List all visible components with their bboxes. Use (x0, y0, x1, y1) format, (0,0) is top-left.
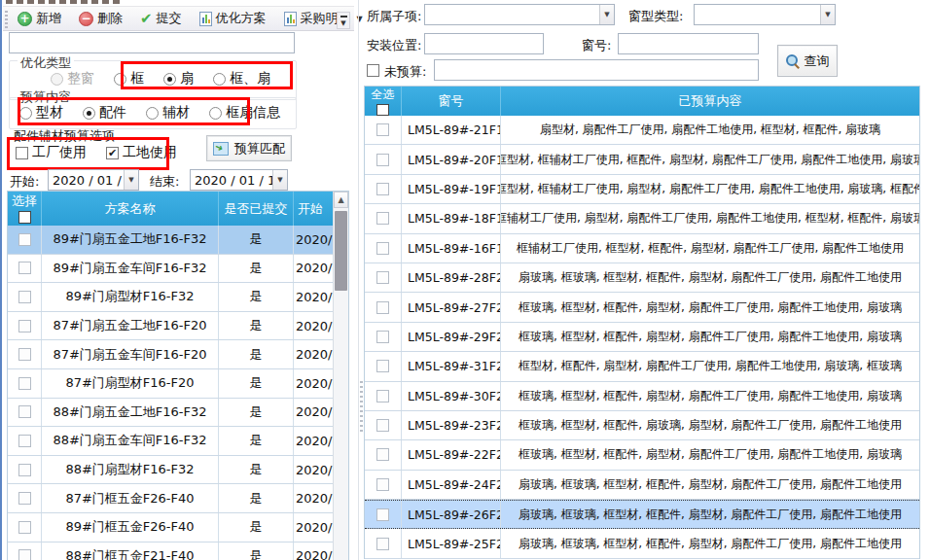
table-row[interactable]: LM5L-89#-30F28框玻璃, 框型材, 框配件, 扇型材, 扇配件工厂使… (365, 382, 919, 411)
row-checkbox[interactable] (18, 464, 31, 476)
checkbox-icon[interactable] (16, 147, 28, 159)
chevron-down-icon[interactable]: ▼ (820, 5, 835, 24)
row-checkbox[interactable] (18, 320, 31, 332)
chevron-down-icon[interactable]: ▼ (124, 170, 138, 190)
row-checkbox[interactable] (376, 538, 389, 550)
row-checkbox[interactable] (18, 521, 31, 534)
usage-option-工地使用[interactable]: ✔工地使用 (106, 144, 177, 161)
sub-item-combo[interactable]: ▼ (424, 4, 615, 25)
table-row[interactable]: LM5L-89#-18F16框辅材工厂使用, 扇型材, 扇配件工厂使用, 扇配件… (365, 204, 919, 233)
no-budget-checkbox[interactable] (367, 64, 379, 77)
radio-icon[interactable] (83, 107, 95, 120)
table-row[interactable]: LM5L-89#-24F22扇玻璃, 框玻璃, 框型材, 框配件, 扇型材, 扇… (365, 471, 919, 500)
toolbar-button-删除[interactable]: −删除 (72, 7, 129, 30)
table-row[interactable]: 88#门扇型材F16-F32是2020/0 (8, 456, 334, 485)
row-checkbox[interactable] (376, 123, 389, 136)
table-row[interactable]: 88#门扇五金车间F16-F32是2020/0 (8, 427, 334, 456)
table-row[interactable]: 88#门扇五金工地F16-F32是2020/0 (8, 399, 334, 428)
table-row[interactable]: LM5L-89#-25F23扇玻璃, 框玻璃, 框型材, 框配件, 扇型材, 扇… (365, 529, 919, 558)
row-checkbox[interactable] (376, 271, 389, 284)
row-checkbox[interactable] (18, 492, 31, 505)
table-row[interactable]: LM5L-89#-28F26扇玻璃, 框玻璃, 框型材, 框配件, 扇型材, 扇… (365, 263, 919, 293)
row-checkbox[interactable] (18, 262, 31, 274)
row-checkbox[interactable] (376, 448, 389, 461)
row-checkbox[interactable] (376, 390, 389, 402)
opt-type-option-扇[interactable]: 扇 (163, 70, 194, 88)
table-row[interactable]: 89#门扇型材F16-F32是2020/0 (8, 283, 334, 312)
row-checkbox[interactable] (376, 478, 389, 491)
chevron-down-icon[interactable]: ▼ (599, 5, 614, 24)
table-row[interactable]: 89#门框五金F26-F40是2020/0 (8, 513, 334, 542)
budget-match-button[interactable]: 预算匹配 (206, 135, 292, 161)
row-checkbox[interactable] (376, 331, 389, 343)
table-row[interactable]: LM5L-89#-20F18框型材, 框辅材工厂使用, 框配件, 扇型材, 扇配… (365, 145, 919, 174)
plans-table-scrollbar[interactable]: ▲ (333, 192, 348, 560)
table-row[interactable]: 88#门框五金F21-F40是2020/0 (8, 542, 334, 560)
row-checkbox[interactable] (18, 377, 31, 390)
usage-option-工厂使用[interactable]: 工厂使用 (16, 144, 87, 161)
table-row[interactable]: LM5L-89#-23F21框玻璃, 框型材, 框配件, 扇玻璃, 扇型材, 扇… (365, 411, 919, 440)
opt-type-option-框[interactable]: 框 (114, 70, 144, 88)
budget-content-option-辅材[interactable]: 辅材 (146, 104, 190, 122)
date-start-picker[interactable]: 2020 / 01 / 1 ▼ (48, 169, 139, 191)
row-checkbox[interactable] (18, 291, 31, 303)
window-no-input[interactable] (618, 33, 759, 54)
toolbar-button-提交[interactable]: ✔提交 (133, 7, 189, 30)
table-row[interactable]: LM5L-89#-22F20框玻璃, 框型材, 框配件, 扇型材, 扇配件工厂使… (365, 440, 919, 470)
toolbar-button-优化方案[interactable]: 优化方案 (193, 7, 273, 30)
toolbar-overflow-button[interactable]: ▼ (337, 12, 350, 29)
row-checkbox[interactable] (18, 549, 31, 560)
panel-splitter[interactable] (358, 0, 359, 560)
query-button[interactable]: 查询 (777, 45, 838, 77)
row-checkbox[interactable] (376, 508, 389, 521)
row-checkbox[interactable] (376, 212, 389, 225)
checkbox-icon[interactable]: ✔ (106, 147, 119, 159)
row-checkbox[interactable] (376, 419, 389, 432)
scrollbar-thumb[interactable] (335, 211, 347, 291)
table-row[interactable]: LM5L-89#-26F24扇玻璃, 框玻璃, 框型材, 框配件, 扇型材, 扇… (365, 500, 919, 529)
select-all-checkbox[interactable] (18, 211, 31, 224)
radio-icon[interactable] (114, 73, 126, 86)
table-row[interactable]: LM5L-89#-31F29框型材, 框配件, 扇型材, 扇配件工厂使用, 扇配… (365, 352, 919, 381)
row-checkbox[interactable] (18, 233, 31, 246)
table-row[interactable]: 89#门扇五金工地F16-F32是2020/0 (8, 226, 334, 255)
row-checkbox[interactable] (376, 154, 389, 166)
table-row[interactable]: LM5L-89#-16F15框辅材工厂使用, 框型材, 框配件, 扇型材, 扇配… (365, 234, 919, 263)
row-checkbox[interactable] (18, 405, 31, 418)
table-row[interactable]: 87#门框五金F26-F40是2020/0 (8, 484, 334, 513)
table-row[interactable]: LM5L-89#-27F25框玻璃, 框型材, 框配件, 扇型材, 扇配件工厂使… (365, 293, 919, 322)
radio-icon[interactable] (209, 107, 222, 120)
radio-icon[interactable] (213, 73, 226, 86)
scroll-up-icon[interactable]: ▲ (334, 192, 348, 208)
plan-filter-input[interactable] (9, 32, 295, 53)
table-row[interactable]: LM5L-89#-21F19扇型材, 扇配件工厂使用, 扇配件工地使用, 框型材… (365, 116, 919, 145)
radio-icon[interactable] (146, 107, 159, 120)
splitter-grip-icon (360, 381, 363, 432)
select-all-checkbox[interactable] (376, 104, 389, 116)
no-budget-input[interactable] (434, 59, 759, 81)
budget-content-option-框扇信息[interactable]: 框扇信息 (209, 104, 280, 122)
toolbar-button-新增[interactable]: +新增 (11, 7, 68, 30)
table-row[interactable]: 87#门扇型材F16-F20是2020/0 (8, 369, 334, 399)
row-checkbox[interactable] (376, 242, 389, 255)
table-row[interactable]: 87#门扇五金车间F16-F20是2020/0 (8, 340, 334, 369)
row-checkbox[interactable] (18, 348, 31, 361)
toolbar-button-采购明细[interactable]: 采购明细▼ (277, 7, 370, 30)
row-checkbox[interactable] (376, 183, 389, 195)
table-row[interactable]: 87#门扇五金工地F16-F20是2020/0 (8, 312, 334, 341)
chevron-down-icon[interactable]: ▼ (272, 170, 287, 190)
row-checkbox[interactable] (376, 301, 389, 314)
opt-type-option-框、扇[interactable]: 框、扇 (213, 70, 270, 88)
table-row[interactable]: LM5L-89#-19F17框型材, 框辅材工厂使用, 扇型材, 扇配件工厂使用… (365, 175, 919, 204)
table-row[interactable]: 89#门扇五金车间F16-F32是2020/0 (8, 255, 334, 284)
budget-content-option-配件[interactable]: 配件 (83, 104, 126, 122)
table-row[interactable]: LM5L-89#-29F27框玻璃, 框型材, 框配件, 扇型材, 扇配件工厂使… (365, 323, 919, 352)
radio-icon[interactable] (163, 73, 176, 86)
window-type-combo[interactable]: ▼ (694, 4, 836, 25)
date-end-picker[interactable]: 2020 / 01 / 13 ▼ (190, 169, 288, 191)
row-checkbox[interactable] (376, 360, 389, 372)
radio-icon[interactable] (19, 107, 32, 120)
budget-content-option-型材[interactable]: 型材 (19, 104, 63, 122)
row-checkbox[interactable] (18, 435, 31, 447)
install-pos-input[interactable] (424, 33, 544, 54)
